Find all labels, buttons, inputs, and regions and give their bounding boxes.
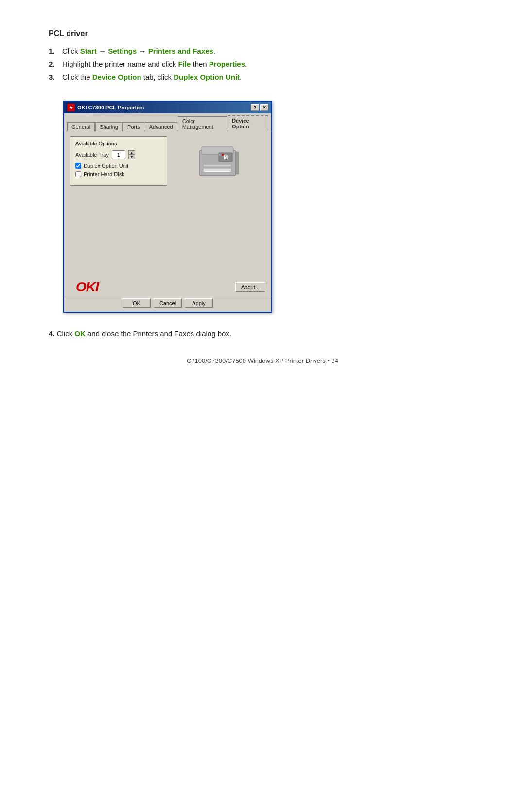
link-device-option: Device Option [92,73,141,81]
step-1-number: 1. [49,47,59,55]
dialog-titlebar: ★ OKI C7300 PCL Properties ? ✕ [64,102,271,113]
link-start: Start [80,47,97,55]
step-3-suffix: . [240,73,242,81]
spin-up[interactable]: ▲ [128,150,135,155]
step-2-middle: then [191,60,209,68]
page-footer: C7100/C7300/C7500 Windows XP Printer Dri… [49,357,476,364]
close-button[interactable]: ✕ [260,104,268,111]
step-3: 3. Click the Device Option tab, click Du… [49,73,476,81]
arrow-1: → [97,47,108,55]
tab-color-management[interactable]: Color Management [178,116,227,131]
printer-illustration: M [190,138,248,182]
tab-advanced[interactable]: Advanced [145,122,177,131]
duplex-label: Duplex Option Unit [84,163,128,169]
dialog-footer-row1: OKI About... [64,277,271,296]
step-2: 2. Highlight the printer name and click … [49,60,476,68]
tab-device-option[interactable]: Device Option [228,115,268,131]
titlebar-buttons[interactable]: ? ✕ [251,104,268,111]
svg-rect-5 [203,164,231,167]
dialog-footer-row2[interactable]: OK Cancel Apply [64,296,271,312]
dialog-title: OKI C7300 PCL Properties [77,105,144,110]
step-2-suffix: . [245,60,247,68]
titlebar-left: ★ OKI C7300 PCL Properties [67,104,144,111]
tray-label: Available Tray [75,152,109,158]
link-settings: Settings [108,47,137,55]
tab-general[interactable]: General [67,122,95,131]
oki-logo: OKI [70,279,105,295]
pcl-properties-dialog: ★ OKI C7300 PCL Properties ? ✕ General S… [63,101,272,313]
step-1-text: Click Start → Settings → Printers and Fa… [62,47,476,55]
printer-image-area: M [172,136,265,192]
tray-input[interactable] [112,150,125,159]
step-4-prefix: Click [57,329,75,338]
tray-row: Available Tray ▲ ▼ [75,150,162,159]
dialog-screenshot: ★ OKI C7300 PCL Properties ? ✕ General S… [63,101,272,313]
svg-point-7 [222,154,224,156]
cancel-button[interactable]: Cancel [154,298,182,308]
available-options-group: Available Options Available Tray ▲ ▼ Dup… [70,136,167,186]
step-4-suffix: and close the Printers and Faxes dialog … [86,329,231,338]
step-4-ok: OK [74,329,86,338]
svg-point-8 [225,154,227,156]
hard-disk-row: Printer Hard Disk [75,171,162,177]
step-3-number: 3. [49,73,59,81]
svg-rect-9 [205,171,229,172]
arrow-2: → [137,47,148,55]
step-4-number: 4. [49,329,57,338]
link-file: File [178,60,191,68]
apply-button[interactable]: Apply [185,298,213,308]
dialog-app-icon: ★ [67,104,75,111]
svg-rect-10 [236,152,239,174]
step-1-prefix: Click [62,47,80,55]
step-2-number: 2. [49,60,59,68]
tab-sharing[interactable]: Sharing [95,122,122,131]
about-button[interactable]: About... [235,282,265,292]
step-3-text: Click the Device Option tab, click Duple… [62,73,476,81]
hard-disk-checkbox[interactable] [75,171,81,177]
options-group-title: Available Options [75,141,162,146]
dialog-content-row: Available Options Available Tray ▲ ▼ Dup… [70,136,265,192]
step-3-prefix: Click the [62,73,92,81]
link-printers-faxes: Printers and Faxes [148,47,213,55]
link-properties: Properties [209,60,245,68]
step-2-text: Highlight the printer name and click Fil… [62,60,476,68]
step-1: 1. Click Start → Settings → Printers and… [49,47,476,55]
pcl-driver-heading: PCL driver [49,29,476,38]
step-4: 4. Click OK and close the Printers and F… [49,329,476,338]
tray-spinner[interactable]: ▲ ▼ [128,150,135,159]
duplex-checkbox[interactable] [75,163,81,169]
link-duplex: Duplex Option Unit [174,73,240,81]
tab-ports[interactable]: Ports [123,122,144,131]
ok-button[interactable]: OK [122,298,151,308]
step-1-suffix: . [213,47,215,55]
hard-disk-label: Printer Hard Disk [84,171,124,177]
step-2-prefix: Highlight the printer name and click [62,60,178,68]
help-button[interactable]: ? [251,104,259,111]
dialog-body: Available Options Available Tray ▲ ▼ Dup… [64,131,271,277]
tab-bar[interactable]: General Sharing Ports Advanced Color Man… [64,113,271,131]
svg-point-6 [219,154,221,156]
duplex-option-row: Duplex Option Unit [75,163,162,169]
step-3-middle: tab, click [141,73,174,81]
spin-down[interactable]: ▼ [128,155,135,159]
steps-list: 1. Click Start → Settings → Printers and… [49,47,476,81]
